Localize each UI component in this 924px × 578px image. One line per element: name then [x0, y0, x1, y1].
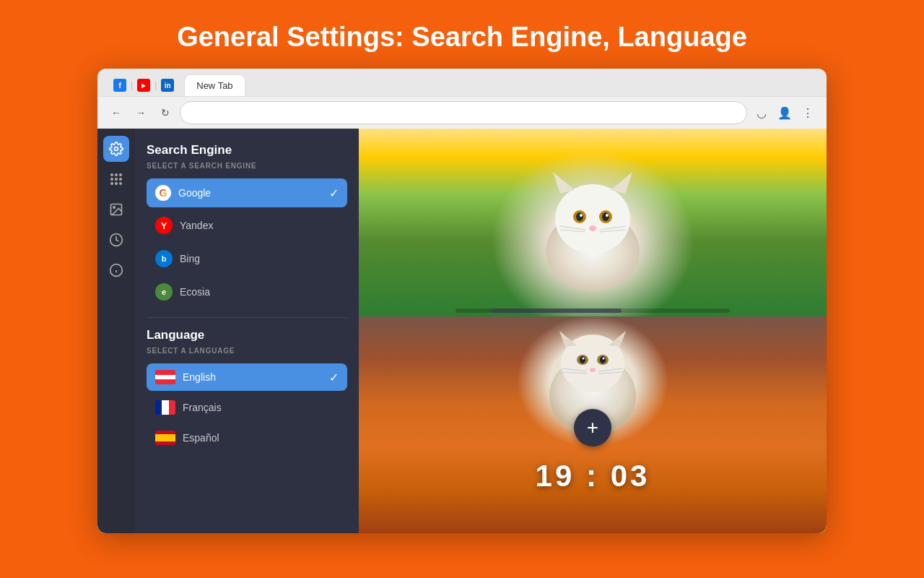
- scrollbar-track: [456, 309, 730, 313]
- scrollbar-thumb: [492, 309, 622, 313]
- cat-bottom-image: + 19 : 03: [359, 316, 827, 533]
- main-area: + 19 : 03: [359, 129, 827, 533]
- lang-item-spanish[interactable]: Español: [147, 424, 347, 452]
- language-list: English ✓ Français Español: [147, 363, 347, 452]
- address-bar[interactable]: [180, 101, 747, 124]
- profile-button[interactable]: 👤: [775, 103, 795, 123]
- search-engine-section-title: Search Engine: [147, 143, 347, 158]
- engine-list: G Google ✓ Y Yandex b Bing e Ecosia: [147, 178, 347, 307]
- sidebar-item-info[interactable]: [103, 257, 129, 283]
- svg-point-16: [606, 214, 609, 217]
- cat-svg-top: [520, 150, 665, 295]
- google-logo: G: [155, 185, 171, 201]
- page-title: General Settings: Search Engine, Languag…: [177, 22, 747, 53]
- flag-spain: [155, 431, 175, 445]
- svg-point-2: [113, 207, 116, 209]
- svg-point-28: [580, 356, 585, 363]
- scrollbar[interactable]: [359, 309, 827, 313]
- browser-chrome: f | ▶ | in New Tab ← → ↻ ◡ 👤 ⋮: [97, 69, 827, 129]
- back-button[interactable]: ←: [106, 103, 126, 123]
- ecosia-logo: e: [155, 283, 173, 301]
- lang-item-french[interactable]: Français: [147, 394, 347, 421]
- youtube-favicon: ▶: [137, 79, 150, 92]
- toolbar-icons: ◡ 👤 ⋮: [751, 103, 818, 123]
- svg-point-17: [589, 225, 596, 231]
- svg-marker-10: [611, 172, 632, 194]
- favicon-group: f | ▶ | in: [106, 74, 181, 96]
- lang-label-english: English: [183, 371, 216, 383]
- facebook-favicon: f: [113, 79, 126, 92]
- search-engine-subtitle: SELECT A SEARCH ENGINE: [147, 162, 347, 170]
- engine-label-yandex: Yandex: [180, 220, 213, 231]
- engine-item-ecosia[interactable]: e Ecosia: [147, 277, 347, 307]
- svg-point-32: [590, 368, 596, 372]
- engine-label-ecosia: Ecosia: [180, 286, 210, 298]
- engine-label-google: Google: [178, 187, 211, 199]
- tab-bar: f | ▶ | in New Tab: [97, 69, 827, 96]
- browser-content: Search Engine SELECT A SEARCH ENGINE G G…: [97, 129, 827, 533]
- cat-top-inner: [359, 129, 827, 316]
- engine-item-yandex[interactable]: Y Yandex: [147, 210, 347, 241]
- google-check-icon: ✓: [329, 186, 339, 200]
- sidebar-item-image[interactable]: [103, 197, 129, 223]
- svg-point-8: [555, 184, 630, 254]
- sidebar-item-history[interactable]: [103, 227, 129, 253]
- yandex-logo: Y: [155, 217, 173, 234]
- svg-point-29: [600, 356, 606, 363]
- extensions-button[interactable]: ◡: [751, 103, 772, 123]
- linkedin-favicon: in: [161, 79, 174, 92]
- svg-marker-25: [609, 331, 626, 347]
- lang-label-french: Français: [183, 402, 222, 413]
- menu-button[interactable]: ⋮: [798, 103, 818, 123]
- browser-window: f | ▶ | in New Tab ← → ↻ ◡ 👤 ⋮: [97, 69, 827, 533]
- svg-point-14: [602, 212, 609, 221]
- favicon-sep-2: |: [154, 80, 157, 90]
- lang-item-english[interactable]: English ✓: [147, 363, 347, 391]
- sidebar: [97, 129, 135, 533]
- svg-marker-9: [553, 172, 575, 194]
- bing-logo: b: [155, 250, 173, 267]
- language-section-title: Language: [147, 328, 347, 342]
- flag-austria: [155, 370, 175, 384]
- reload-button[interactable]: ↻: [155, 103, 175, 123]
- language-subtitle: SELECT A LANGUAGE: [147, 347, 347, 355]
- svg-point-13: [576, 212, 583, 221]
- svg-point-30: [583, 358, 585, 360]
- sidebar-item-apps[interactable]: [103, 166, 129, 192]
- svg-marker-24: [559, 331, 577, 347]
- cat-top-image: [359, 129, 827, 316]
- add-shortcut-button[interactable]: +: [574, 409, 611, 447]
- flag-france: [155, 400, 175, 415]
- sidebar-item-settings[interactable]: [103, 136, 129, 162]
- favicon-sep-1: |: [131, 80, 133, 90]
- svg-point-0: [115, 147, 118, 151]
- svg-point-31: [603, 358, 605, 360]
- lang-label-spanish: Español: [183, 432, 219, 444]
- english-check-icon: ✓: [329, 371, 339, 384]
- engine-item-bing[interactable]: b Bing: [147, 243, 347, 274]
- svg-point-15: [580, 214, 583, 217]
- engine-item-google[interactable]: G Google ✓: [147, 178, 347, 207]
- settings-panel: Search Engine SELECT A SEARCH ENGINE G G…: [135, 129, 359, 533]
- clock-display: 19 : 03: [536, 459, 650, 493]
- engine-label-bing: Bing: [180, 253, 200, 264]
- forward-button[interactable]: →: [131, 103, 151, 123]
- active-tab[interactable]: New Tab: [184, 74, 245, 96]
- section-divider: [147, 317, 347, 318]
- toolbar: ← → ↻ ◡ 👤 ⋮: [97, 96, 827, 129]
